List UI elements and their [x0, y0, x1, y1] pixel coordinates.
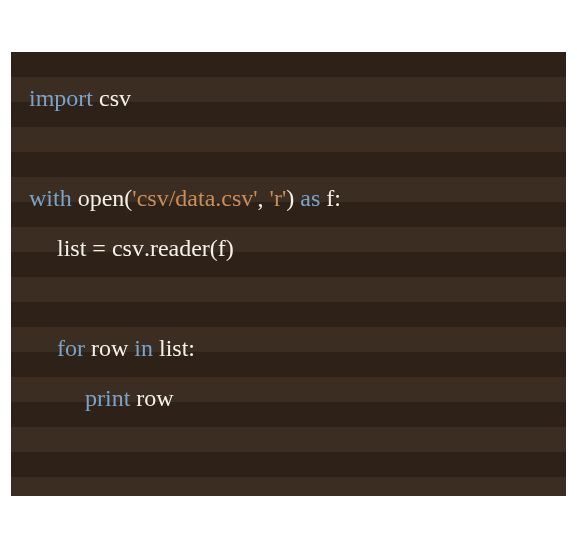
var-row: row — [91, 336, 128, 361]
equals: = — [86, 236, 112, 261]
keyword-in: in — [134, 336, 153, 361]
colon: : — [188, 336, 195, 361]
var-row: row — [136, 386, 173, 411]
module-csv: csv — [99, 86, 131, 111]
module-csv: csv — [112, 236, 144, 261]
var-list: list — [57, 236, 86, 261]
var-f: f — [326, 186, 334, 211]
code-line-1: import csv — [29, 74, 548, 124]
colon: : — [334, 186, 341, 211]
keyword-for: for — [57, 336, 85, 361]
paren-open: ( — [210, 236, 218, 261]
paren-close: ) — [226, 236, 234, 261]
code-line-7: print row — [29, 374, 548, 424]
code-line-8 — [29, 424, 548, 474]
function-open: open — [78, 186, 125, 211]
paren-open: ( — [124, 186, 132, 211]
keyword-import: import — [29, 86, 93, 111]
keyword-with: with — [29, 186, 72, 211]
code-line-2 — [29, 124, 548, 174]
string-path: 'csv/data.csv' — [132, 186, 257, 211]
code-line-4: list = csv.reader(f) — [29, 224, 548, 274]
var-list: list — [159, 336, 188, 361]
code-line-6: for row in list: — [29, 324, 548, 374]
function-reader: reader — [150, 236, 210, 261]
code-line-3: with open('csv/data.csv', 'r') as f: — [29, 174, 548, 224]
comma: , — [258, 186, 270, 211]
code-block: import csv with open('csv/data.csv', 'r'… — [11, 52, 566, 496]
arg-f: f — [218, 236, 226, 261]
string-mode: 'r' — [270, 186, 287, 211]
code-line-5 — [29, 274, 548, 324]
keyword-as: as — [300, 186, 320, 211]
keyword-print: print — [85, 386, 130, 411]
paren-close: ) — [286, 186, 294, 211]
